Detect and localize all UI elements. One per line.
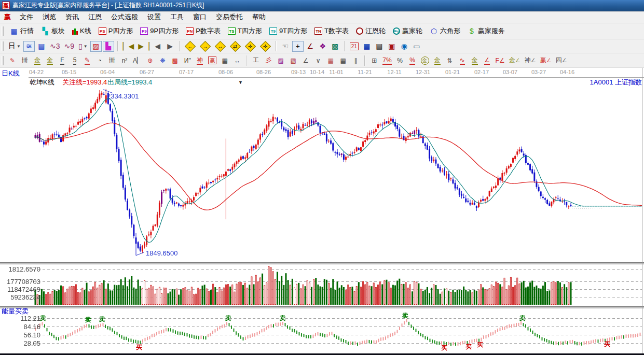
toolbar-button-hand-tool[interactable]: ☜ [280,41,291,52]
toolbar-button-quotes[interactable]: ▦行情 [6,25,37,37]
toolbar-button-wave-overlay[interactable]: ≋ [23,41,35,52]
toolbar-button-grid-lines[interactable]: 卌 [19,55,31,66]
toolbar-button-winner-wheel[interactable]: Big赢家轮 [389,25,426,37]
toolbar-button-gold-level[interactable]: 金 [432,55,443,66]
toolbar-button-wave-band[interactable]: ∿ [457,55,468,66]
toolbar-button-red-grid[interactable]: ▦ [325,55,336,66]
toolbar-button-period-selector[interactable]: 日▼ [7,41,22,52]
volume-canvas[interactable] [0,265,644,306]
toolbar-button-shift-right[interactable]: → [198,41,212,52]
toolbar-button-j-angle[interactable]: ∠ [482,55,493,66]
toolbar-button-n-square[interactable]: n² [119,55,130,66]
toolbar-button-f-fence[interactable]: F [57,55,68,66]
toolbar-button-calculator[interactable]: ▦ [361,41,373,52]
toolbar-button-span-arrows[interactable]: ↔ [231,55,243,66]
toolbar-button-gold-angle[interactable]: 金∠ [508,55,522,66]
toolbar-button-go-first[interactable]: ▏◀ [121,41,136,52]
toolbar-button-draw-brush[interactable]: ✎ [7,55,18,66]
menu-item-工具[interactable]: 工具 [166,11,188,23]
toolbar-button-circle-cross[interactable]: ⊕ [144,55,156,66]
toolbar-button-candle-style[interactable]: ▯▼ [77,41,89,52]
toolbar-button-save[interactable]: ▣ [386,41,398,52]
toolbar-button-grid-123[interactable]: ▦ [219,55,230,66]
toolbar-button-winner-service[interactable]: $赢家服务 [464,25,509,37]
toolbar-button-9p-square[interactable]: P99P四方形 [136,25,182,37]
main-kline-canvas[interactable] [0,86,644,262]
toolbar-button-v-dots[interactable]: ∨ [312,55,324,66]
menu-item-帮助[interactable]: 帮助 [248,11,270,23]
toolbar-button-star-web[interactable]: ❋ [157,55,168,66]
toolbar-button-gann-wheel[interactable]: 江恩轮 [352,25,389,37]
toolbar-button-export[interactable]: ◉ [399,41,410,52]
toolbar-button-gold-fence-2[interactable]: 金 [44,55,56,66]
toolbar-button-t-square[interactable]: TST四方形 [224,25,266,37]
toolbar-button-hexagon[interactable]: ⬡六角形 [426,25,464,37]
toolbar-button-t-number-table[interactable]: TNT数字表 [311,25,352,37]
toolbar-button-spiral-5[interactable]: 5 [69,55,80,66]
toolbar-button-time-lines[interactable]: 卌 [106,55,118,66]
toolbar-button-zoom-in[interactable]: ✛ [258,41,272,52]
menu-item-交易委托[interactable]: 交易委托 [211,11,248,23]
toolbar-button-ray-fan[interactable]: 彡 [263,55,274,66]
toolbar-button-info-panel[interactable]: ▤ [36,41,47,52]
toolbar-button-beam-tool[interactable]: 工 [250,55,262,66]
indicator-canvas[interactable] [0,309,644,353]
toolbar-button-page-left[interactable]: ◀ [152,41,163,52]
toolbar-button-percent-under[interactable]: % [407,55,418,66]
toolbar-button-four-angle[interactable]: 四∠ [554,55,569,66]
toolbar-button-win-box[interactable]: 赢 [207,55,218,66]
toolbar-button-percent-line[interactable]: 7% [381,55,393,66]
toolbar-button-updown-tool[interactable]: ⇅ [444,55,456,66]
toolbar-button-9t-square[interactable]: T99T四方形 [266,25,311,37]
toolbar-button-ratio-table[interactable]: ⊞ [368,55,380,66]
toolbar-button-kline[interactable]: K线 [68,25,95,37]
toolbar-button-shen-fence[interactable]: 神 [194,55,205,66]
toolbar-button-zoom-out[interactable]: ✛ [243,41,257,52]
toolbar-button-gold-fence-1[interactable]: 金 [32,55,43,66]
toolbar-button-expand-horizontal[interactable]: ↔ [213,41,227,52]
toolbar-button-calendar[interactable]: 21 [348,41,360,52]
toolbar-button-f-angle[interactable]: F∠ [494,55,506,66]
toolbar-button-crosshair-tool[interactable]: + [292,41,304,52]
toolbar-button-ray-box-2[interactable]: ▧ [287,55,299,66]
toolbar-button-win-angle[interactable]: 赢∠ [539,55,553,66]
menu-item-窗口[interactable]: 窗口 [188,11,211,23]
toolbar-grip[interactable] [2,56,4,65]
toolbar-button-brush-fence[interactable]: ✎ [81,55,93,66]
toolbar-button-print[interactable]: ▭ [411,41,422,52]
menu-item-文件[interactable]: 文件 [15,11,38,23]
toolbar-button-square-web[interactable]: ▩ [169,55,181,66]
toolbar-button-compress-horizontal[interactable]: ⇄ [228,41,242,52]
toolbar-button-ray-box-1[interactable]: ▨ [275,55,286,66]
toolbar-button-gold-circle[interactable]: 金 [419,55,431,66]
toolbar-button-pattern-overlay[interactable]: ▨ [90,41,102,52]
toolbar-button-histogram-overlay[interactable]: ▙ [103,41,114,52]
menu-item-资讯[interactable]: 资讯 [61,11,84,23]
toolbar-button-p-square[interactable]: PSP四方形 [95,25,137,37]
toolbar-button-shift-left[interactable]: ← [183,41,197,52]
toolbar-button-a-line[interactable]: A▏ [131,55,143,66]
toolbar-button-shen-angle[interactable]: 神∠ [523,55,538,66]
menu-item-设置[interactable]: 设置 [143,11,166,23]
toolbar-button-page-right[interactable]: ▶ [165,41,176,52]
toolbar-button-trendline-tool[interactable]: ∠ [305,41,316,52]
toolbar-button-p-number-table[interactable]: PNP数字表 [182,25,224,37]
toolbar-button-notes[interactable]: ▤ [374,41,385,52]
toolbar-button-wave-3[interactable]: ∿3 [48,41,62,52]
toolbar-button-percent[interactable]: % [394,55,406,66]
toolbar-button-gann-tool[interactable]: ❖ [317,41,328,52]
toolbar-button-parallel-lines[interactable]: ∥ [350,55,361,66]
toolbar-button-time-clock[interactable]: ◔ [94,55,105,66]
toolbar-button-angle-lines[interactable]: ∠ [300,55,311,66]
toolbar-grip[interactable] [2,41,4,51]
toolbar-button-dark-grid[interactable]: ▦ [337,55,349,66]
toolbar-button-sectors[interactable]: ▚板块 [37,25,68,37]
toolbar-button-go-last[interactable]: ▶▕ [136,41,151,52]
menu-item-浏览[interactable]: 浏览 [38,11,61,23]
toolbar-button-n-quote[interactable]: И" [182,55,193,66]
menu-item-江恩[interactable]: 江恩 [84,11,106,23]
toolbar-button-gold-band[interactable]: 金 [469,55,481,66]
toolbar-button-wave-9[interactable]: ∿9 [62,41,76,52]
toolbar-grip[interactable] [2,26,4,36]
menu-item-公式选股[interactable]: 公式选股 [106,11,143,23]
